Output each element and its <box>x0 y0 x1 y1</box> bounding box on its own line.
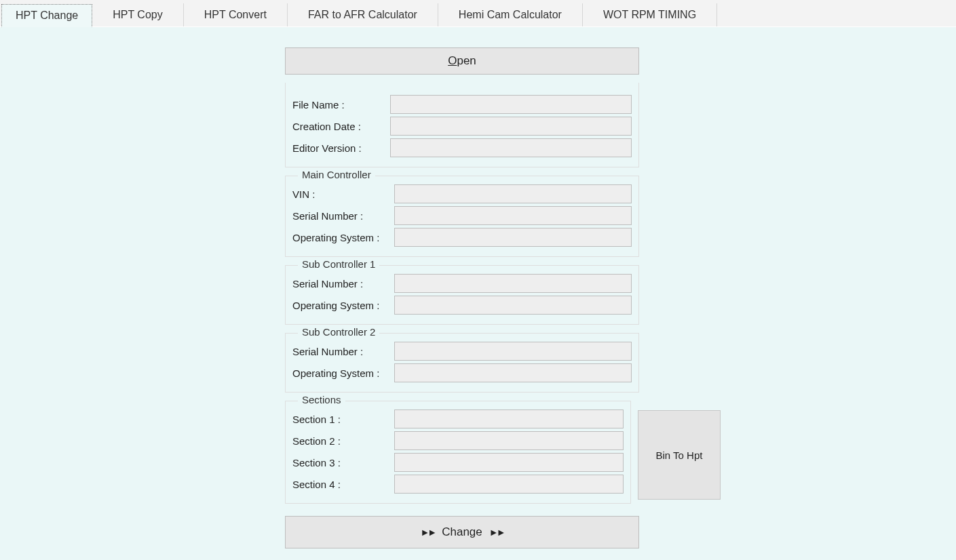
main-controller-legend: Main Controller <box>298 169 375 180</box>
section2-label: Section 2 : <box>292 435 391 447</box>
main-os-label: Operating System : <box>292 232 391 243</box>
editor-version-field[interactable] <box>390 138 632 157</box>
open-button[interactable]: Open <box>285 47 639 75</box>
sub2-os-label: Operating System : <box>292 367 391 379</box>
section1-label: Section 1 : <box>292 414 391 425</box>
section4-label: Section 4 : <box>292 479 391 490</box>
main-os-field[interactable] <box>394 228 632 247</box>
section2-field[interactable] <box>394 431 624 450</box>
sub2-legend: Sub Controller 2 <box>298 326 379 338</box>
file-info-group: File Name : Creation Date : Editor Versi… <box>285 83 639 167</box>
file-name-field[interactable] <box>390 95 632 114</box>
sections-group: Sections Section 1 : Section 2 : Section… <box>285 401 631 504</box>
arrow-right-icon: ►► <box>489 527 504 538</box>
section3-label: Section 3 : <box>292 457 391 468</box>
tab-strip: HPT Change HPT Copy HPT Convert FAR to A… <box>0 0 956 27</box>
sub1-os-label: Operating System : <box>292 300 391 311</box>
sub1-legend: Sub Controller 1 <box>298 258 379 270</box>
open-button-label: Open <box>448 54 476 68</box>
sub2-serial-label: Serial Number : <box>292 346 391 357</box>
section4-field[interactable] <box>394 475 624 494</box>
sub1-os-field[interactable] <box>394 296 632 315</box>
sections-legend: Sections <box>298 394 345 405</box>
vin-field[interactable] <box>394 184 632 203</box>
main-controller-group: Main Controller VIN : Serial Number : Op… <box>285 176 639 257</box>
change-button-label: Change <box>442 525 482 539</box>
creation-date-field[interactable] <box>390 117 632 136</box>
tab-hpt-copy[interactable]: HPT Copy <box>92 3 184 26</box>
tab-far-to-afr[interactable]: FAR to AFR Calculator <box>288 3 438 26</box>
sub-controller-2-group: Sub Controller 2 Serial Number : Operati… <box>285 333 639 393</box>
sub2-os-field[interactable] <box>394 363 632 382</box>
tab-wot-rpm[interactable]: WOT RPM TIMING <box>583 3 717 26</box>
sub2-serial-field[interactable] <box>394 342 632 361</box>
sub1-serial-field[interactable] <box>394 274 632 293</box>
editor-version-label: Editor Version : <box>292 142 387 154</box>
bin-to-hpt-button[interactable]: Bin To Hpt <box>638 410 721 500</box>
tab-hpt-convert[interactable]: HPT Convert <box>184 3 288 26</box>
tab-hemi-cam[interactable]: Hemi Cam Calculator <box>438 3 583 26</box>
file-name-label: File Name : <box>292 99 387 111</box>
main-serial-label: Serial Number : <box>292 210 391 222</box>
arrow-right-icon: ►► <box>421 527 436 538</box>
section3-field[interactable] <box>394 453 624 472</box>
sub1-serial-label: Serial Number : <box>292 278 391 289</box>
vin-label: VIN : <box>292 188 391 200</box>
change-button[interactable]: ►► Change ►► <box>285 516 639 548</box>
main-serial-field[interactable] <box>394 206 632 225</box>
creation-date-label: Creation Date : <box>292 121 387 132</box>
hpt-change-page: Open File Name : Creation Date : Editor … <box>0 27 956 560</box>
sub-controller-1-group: Sub Controller 1 Serial Number : Operati… <box>285 265 639 325</box>
tab-hpt-change[interactable]: HPT Change <box>1 4 92 27</box>
section1-field[interactable] <box>394 409 624 428</box>
